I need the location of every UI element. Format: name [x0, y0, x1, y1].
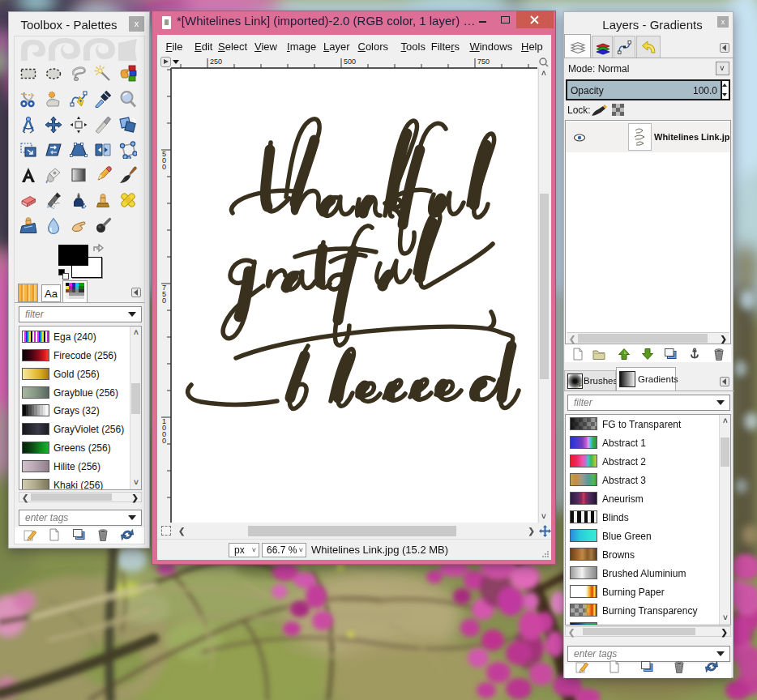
svg-text:500: 500 — [344, 58, 356, 66]
svg-text:0: 0 — [162, 437, 166, 445]
svg-text:250: 250 — [210, 58, 222, 66]
svg-text:0: 0 — [162, 297, 166, 305]
svg-text:0: 0 — [162, 163, 166, 171]
svg-text:750: 750 — [477, 58, 490, 66]
